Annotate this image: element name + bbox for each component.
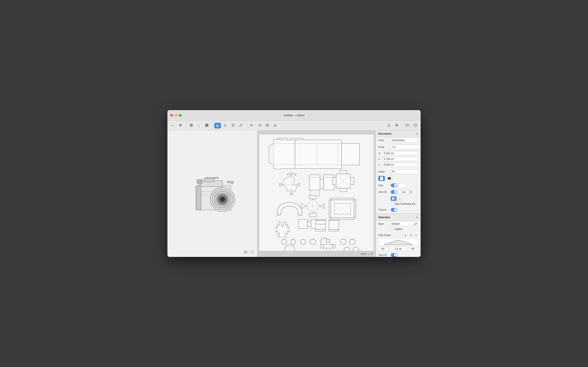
joint-id-label: Joint ID — [378, 191, 389, 193]
svg-rect-70 — [351, 177, 354, 184]
flap-length-input[interactable] — [389, 247, 407, 251]
canvas-panel[interactable]: 200% | — [257, 131, 376, 257]
panel-toggle-2[interactable] — [412, 123, 419, 128]
depth-input[interactable] — [382, 163, 418, 167]
selection-section-header[interactable]: Selection ▼ — [376, 214, 421, 221]
svg-rect-73 — [309, 195, 316, 199]
document-section-header[interactable]: Document ▼ — [376, 131, 421, 137]
skip-ids-checkbox[interactable] — [391, 203, 393, 205]
add-button[interactable]: + — [169, 123, 176, 128]
joint-id-toggle[interactable] — [391, 190, 397, 194]
anchor-button[interactable] — [264, 123, 270, 128]
fullscreen-button[interactable] — [179, 114, 182, 117]
units-select[interactable]: Centimeters — [391, 138, 418, 142]
flap-angle-right-input[interactable] — [408, 247, 418, 251]
width-input[interactable] — [382, 151, 418, 155]
style-edit-button[interactable] — [414, 222, 418, 226]
scale-label: Scale — [378, 146, 389, 149]
portrait-button[interactable] — [378, 176, 385, 181]
titlebar: Untitled — Edited — [167, 110, 421, 121]
grid-large-button[interactable] — [204, 123, 210, 128]
play-icon: ▶ — [217, 124, 219, 127]
refresh-button[interactable] — [177, 123, 184, 128]
svg-point-47 — [230, 181, 233, 184]
flap-angle-left-input[interactable] — [378, 247, 388, 251]
pen-button[interactable] — [238, 123, 244, 128]
svg-rect-96 — [329, 220, 339, 220]
svg-rect-19 — [260, 124, 261, 126]
svg-rect-92 — [316, 229, 325, 231]
svg-rect-2 — [190, 125, 191, 126]
width-row: W — [376, 150, 421, 156]
svg-rect-107 — [326, 239, 330, 242]
flap-input[interactable] — [398, 183, 407, 188]
canvas-settings-icon[interactable] — [370, 252, 373, 256]
joint-id-decrement[interactable]: ▼ — [409, 192, 412, 194]
joint-id-bottom-row: Joint ID — [376, 252, 421, 257]
style-select[interactable]: Default — [391, 222, 412, 226]
canvas-area[interactable] — [259, 134, 374, 251]
unfold-button[interactable] — [249, 123, 255, 128]
svg-rect-11 — [207, 126, 207, 127]
svg-rect-18 — [250, 124, 251, 126]
divider: | — [368, 253, 369, 255]
svg-rect-80 — [354, 200, 356, 218]
transform-button[interactable] — [230, 123, 236, 128]
hidden-checkbox[interactable] — [391, 228, 393, 231]
height-input[interactable] — [382, 157, 418, 161]
joint-id-increment[interactable]: ▲ — [409, 190, 412, 192]
flap-shape-section: Flap Shape ▲ ⧉ ▭ — [376, 232, 421, 252]
zoom-level: 200% — [361, 253, 366, 255]
window-title: Untitled — Edited — [284, 114, 304, 117]
skip-ids-row: Skip Confusing IDs — [376, 202, 421, 207]
joint-id-stepper-buttons: ▲ ▼ — [409, 190, 412, 194]
svg-rect-62 — [320, 179, 324, 188]
joint-id-bottom-toggle[interactable] — [391, 253, 397, 257]
minimize-button[interactable] — [174, 114, 177, 117]
camera-icon[interactable] — [243, 250, 248, 254]
transform-icon — [232, 124, 235, 127]
joint-align-outside-button[interactable] — [397, 196, 403, 201]
dot-button[interactable]: • — [196, 123, 202, 128]
hidden-row: Hidden — [376, 227, 421, 232]
landscape-button[interactable] — [386, 176, 393, 181]
print-button[interactable] — [393, 123, 400, 128]
svg-rect-79 — [329, 200, 331, 218]
grid-small-button[interactable] — [188, 123, 195, 128]
texture-toggle[interactable] — [391, 208, 397, 212]
close-button[interactable] — [170, 114, 173, 117]
flap-triangle-icon[interactable]: ▲ — [403, 233, 407, 237]
flap-shape-label: Flap Shape — [378, 234, 391, 236]
paper-label: Paper — [378, 170, 389, 173]
flap-toggle[interactable] — [391, 184, 397, 187]
svg-point-111 — [341, 239, 346, 245]
svg-rect-7 — [205, 125, 206, 125]
style-label: Style — [378, 222, 389, 225]
svg-rect-61 — [309, 177, 320, 190]
joint-id-input[interactable] — [398, 190, 409, 194]
svg-rect-55 — [342, 143, 360, 165]
settings-icon[interactable] — [250, 250, 255, 254]
panel-toggle-1[interactable] — [404, 123, 411, 128]
flap-shape-values — [378, 247, 418, 251]
play-button[interactable]: ▶ — [214, 123, 221, 128]
joint-align-inside-button[interactable] — [391, 196, 397, 201]
scale-input[interactable] — [391, 145, 421, 149]
separator-2 — [212, 123, 212, 128]
camera-preview — [184, 169, 241, 218]
svg-point-114 — [353, 247, 359, 251]
fold-button[interactable] — [256, 123, 263, 128]
flap-row: Flap — [376, 182, 421, 189]
svg-rect-21 — [268, 124, 269, 126]
depth-label: D — [378, 164, 381, 166]
magic-button[interactable] — [272, 123, 278, 128]
magic-wand-icon — [273, 124, 277, 127]
paper-select[interactable]: A4 — [391, 169, 418, 174]
share-button[interactable] — [386, 123, 392, 128]
select-button[interactable] — [222, 123, 229, 128]
height-label: H — [378, 158, 381, 160]
add-icon: + — [172, 124, 173, 127]
flap-copy-icon[interactable]: ⧉ — [409, 233, 413, 237]
flap-rect-icon[interactable]: ▭ — [414, 233, 418, 237]
texture-label: Texture — [378, 208, 389, 211]
